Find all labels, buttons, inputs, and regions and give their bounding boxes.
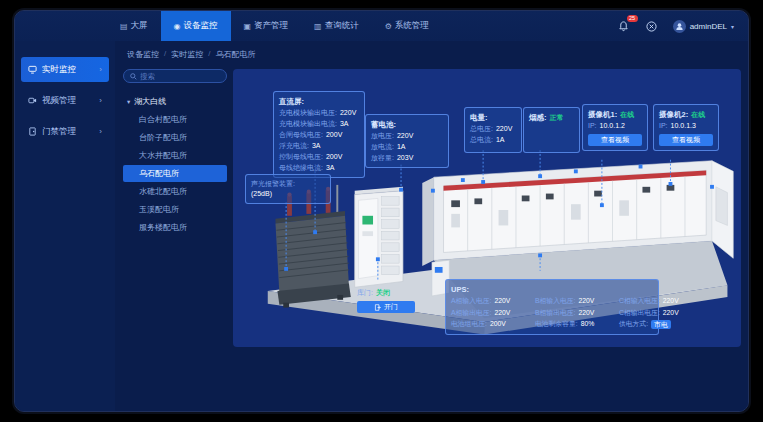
- tree-leaf-substation[interactable]: 大水井配电所: [123, 147, 227, 164]
- tab-system-management[interactable]: ⚙ 系统管理: [372, 11, 442, 41]
- notification-bell-icon[interactable]: 25: [617, 20, 630, 33]
- meter-panel: 电量: 总电压:220V 总电流:1A: [464, 107, 522, 153]
- metric-value: 3A: [312, 140, 321, 151]
- metric-label: B相输入电压:: [535, 296, 575, 307]
- ip-value: 10.0.1.2: [600, 120, 625, 131]
- tree-leaf-substation[interactable]: 服务楼配电所: [123, 219, 227, 236]
- ups-grid: A相输入电压:220V B相输入电压:220V C相输入电压:220V A相输出…: [451, 296, 653, 330]
- breadcrumb-item[interactable]: 实时监控: [171, 49, 203, 60]
- metric-value: 1A: [496, 134, 505, 145]
- ip-label: IP:: [659, 120, 668, 131]
- metric-label: 放容量:: [371, 152, 394, 163]
- substation-tree-panel: ▾ 湖大白线 白合村配电所 台阶子配电所 大水井配电所 乌石配电所 水碓北配电所…: [123, 69, 227, 403]
- asset-icon: ▣: [244, 22, 252, 31]
- breadcrumb-separator: /: [208, 49, 210, 60]
- metric-label: 合闸母线电压:: [279, 129, 323, 140]
- door-icon: [28, 127, 37, 136]
- view-video-button[interactable]: 查看视频: [588, 134, 642, 146]
- tree-node-label: 湖大白线: [134, 96, 166, 107]
- metric-label: 充电模块输出电压:: [279, 107, 337, 118]
- tab-device-monitoring[interactable]: ◉ 设备监控: [161, 11, 231, 41]
- metric-value: 200V: [326, 129, 342, 140]
- metric-value: 220V: [663, 308, 679, 319]
- breadcrumb-separator: /: [164, 49, 166, 60]
- metric-value: 3A: [340, 118, 349, 129]
- tab-label: 大屏: [131, 20, 148, 32]
- tree-search[interactable]: [123, 69, 227, 83]
- door-label: 库门:: [357, 287, 373, 298]
- tree-node-feeder-line[interactable]: ▾ 湖大白线: [123, 93, 227, 110]
- search-input[interactable]: [140, 72, 220, 81]
- dashboard-icon: ▤: [120, 22, 128, 31]
- tree-leaf-substation[interactable]: 台阶子配电所: [123, 129, 227, 146]
- metric-value: 220V: [397, 130, 413, 141]
- metric-value: 200V: [490, 319, 506, 330]
- nav-tabs: ▤ 大屏 ◉ 设备监控 ▣ 资产管理 ▥ 查询统计 ⚙ 系统管理: [107, 11, 442, 41]
- tree-leaf-substation[interactable]: 水碓北配电所: [123, 183, 227, 200]
- alarm-value: (25dB): [251, 189, 272, 199]
- metric-label: 电池剩余容量:: [535, 319, 578, 330]
- panel-title: 直流屏:: [279, 96, 359, 107]
- chevron-right-icon: ›: [99, 127, 102, 136]
- notification-badge: 25: [627, 15, 638, 22]
- tree-leaf-substation[interactable]: 白合村配电所: [123, 111, 227, 128]
- tab-label: 查询统计: [325, 20, 359, 32]
- breadcrumb: 设备监控 / 实时监控 / 乌石配电所: [127, 49, 255, 60]
- open-door-button[interactable]: 开门: [357, 301, 415, 313]
- fullscreen-icon[interactable]: [645, 20, 658, 33]
- tab-asset-management[interactable]: ▣ 资产管理: [231, 11, 302, 41]
- monitor-icon: ◉: [174, 22, 181, 31]
- camera1-panel: 摄像机1:在线 IP:10.0.1.2 查看视频: [582, 104, 648, 151]
- metric-value: 203V: [397, 152, 413, 163]
- user-menu[interactable]: adminDEL ▾: [673, 20, 734, 33]
- metric-label: 母线绝缘电流:: [279, 162, 323, 173]
- tab-label: 系统管理: [395, 20, 429, 32]
- panel-title: 摄像机2:: [659, 109, 688, 120]
- username: adminDEL: [690, 22, 727, 31]
- sidebar-item-label: 实时监控: [42, 64, 76, 76]
- metric-label: B相输出电压:: [535, 308, 575, 319]
- camera2-panel: 摄像机2:在线 IP:10.0.1.3 查看视频: [653, 104, 719, 151]
- status-badge: 正常: [550, 112, 564, 123]
- metric-label: A相输入电压:: [451, 296, 491, 307]
- tree-expand-icon: ▾: [127, 98, 130, 106]
- metric-label: 总电流:: [470, 134, 493, 145]
- metric-label: 供电方式:: [619, 319, 648, 330]
- panel-title: 摄像机1:: [588, 109, 617, 120]
- metric-value: 220V: [578, 308, 594, 319]
- chevron-right-icon: ›: [99, 65, 102, 74]
- substation-3d-view: 直流屏: 充电模块输出电压:220V 充电模块输出电流:3A 合闸母线电压:20…: [233, 69, 741, 347]
- panel-title: 电量:: [470, 112, 516, 123]
- sidebar-item-realtime-monitoring[interactable]: 实时监控 ›: [21, 57, 109, 82]
- metric-value: 220V: [663, 296, 679, 307]
- panel-title: 蓄电池:: [371, 119, 443, 130]
- chevron-right-icon: ›: [99, 96, 102, 105]
- status-badge: 在线: [620, 109, 634, 120]
- power-mode-badge: 市电: [651, 320, 671, 329]
- screen-icon: [28, 65, 37, 74]
- video-camera-icon: [28, 96, 37, 105]
- status-badge: 在线: [691, 109, 705, 120]
- substation-tree: ▾ 湖大白线 白合村配电所 台阶子配电所 大水井配电所 乌石配电所 水碓北配电所…: [123, 93, 227, 236]
- door-status: 关闭: [376, 287, 390, 298]
- tab-dashboard[interactable]: ▤ 大屏: [107, 11, 161, 41]
- view-video-button[interactable]: 查看视频: [659, 134, 713, 146]
- panel-title: UPS:: [451, 284, 653, 295]
- metric-value: 220V: [340, 107, 356, 118]
- content-area: 设备监控 / 实时监控 / 乌石配电所 ▾ 湖大白线 白合村配电所 台阶子配电所…: [115, 41, 748, 411]
- top-navbar: ▤ 大屏 ◉ 设备监控 ▣ 资产管理 ▥ 查询统计 ⚙ 系统管理: [15, 11, 748, 41]
- tree-leaf-substation-selected[interactable]: 乌石配电所: [123, 165, 227, 182]
- breadcrumb-item[interactable]: 设备监控: [127, 49, 159, 60]
- tab-query-statistics[interactable]: ▥ 查询统计: [301, 11, 372, 41]
- metric-value: 220V: [496, 123, 512, 134]
- metric-value: 1A: [397, 141, 406, 152]
- tab-label: 资产管理: [254, 20, 288, 32]
- tree-leaf-substation[interactable]: 玉溪配电所: [123, 201, 227, 218]
- sidebar-item-video-management[interactable]: 视频管理 ›: [21, 88, 109, 113]
- metric-label: 浮充电流:: [279, 140, 309, 151]
- metric-value: 3A: [326, 162, 335, 173]
- left-sidebar: 实时监控 › 视频管理 › 门禁管理 ›: [15, 41, 115, 411]
- sound-light-alarm-panel: 声光报警装置: (25dB): [245, 174, 331, 204]
- sidebar-item-access-control[interactable]: 门禁管理 ›: [21, 119, 109, 144]
- navbar-right: 25 adminDEL ▾: [617, 11, 734, 41]
